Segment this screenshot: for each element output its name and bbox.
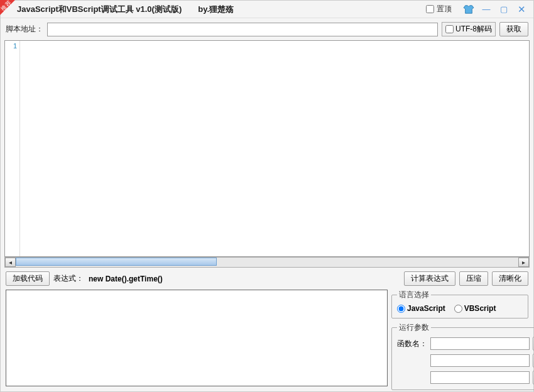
bottom-area: 语言选择 JavaScript VBScript 运行参数 函数名 xyxy=(1,290,533,391)
language-fieldset: 语言选择 JavaScript VBScript xyxy=(391,290,528,318)
function-name-input[interactable] xyxy=(430,337,530,350)
vbscript-radio[interactable]: VBScript xyxy=(454,304,496,313)
fetch-button[interactable]: 获取 xyxy=(499,22,528,36)
vbscript-radio-input[interactable] xyxy=(454,305,462,313)
main-window: 推荐 JavaScript和VBScript调试工具 v1.0(测试版) by.… xyxy=(0,0,534,392)
address-row: 脚本地址： UTF-8解码 获取 xyxy=(1,18,533,40)
utf8-checkbox-label: UTF-8解码 xyxy=(455,24,492,35)
function-name-label: 函数名： xyxy=(397,339,427,349)
line-gutter: 1 xyxy=(5,41,20,256)
javascript-radio[interactable]: JavaScript xyxy=(397,304,445,313)
expression-row: 加载代码 表达式： new Date().getTime() 计算表达式 压缩 … xyxy=(1,268,533,290)
param-input-2[interactable] xyxy=(430,371,530,384)
load-code-button[interactable]: 加载代码 xyxy=(6,271,50,286)
address-label: 脚本地址： xyxy=(6,24,43,35)
pin-checkbox-input[interactable] xyxy=(426,5,434,13)
javascript-radio-input[interactable] xyxy=(397,305,405,313)
pin-checkbox[interactable]: 置顶 xyxy=(426,4,452,14)
window-title: JavaScript和VBScript调试工具 v1.0(测试版) by.狸楚殇 xyxy=(17,4,234,15)
utf8-checkbox-input[interactable] xyxy=(445,25,454,33)
right-panels: 语言选择 JavaScript VBScript 运行参数 函数名 xyxy=(391,290,528,386)
close-button[interactable]: ✕ xyxy=(515,4,528,15)
line-number: 1 xyxy=(5,42,17,50)
scroll-left-arrow[interactable]: ◂ xyxy=(5,258,16,267)
utf8-checkbox[interactable]: UTF-8解码 xyxy=(442,22,496,36)
maximize-button[interactable]: ▢ xyxy=(497,4,511,15)
output-textarea[interactable] xyxy=(6,290,388,386)
scroll-thumb[interactable] xyxy=(16,258,217,266)
language-legend: 语言选择 xyxy=(397,290,431,300)
minimize-button[interactable]: — xyxy=(479,4,493,15)
address-input[interactable] xyxy=(47,23,438,36)
expression-label: 表达式： xyxy=(53,273,84,284)
compress-button[interactable]: 压缩 xyxy=(459,271,488,286)
run-params-fieldset: 运行参数 函数名： 运行 清空参数 清空全部 xyxy=(391,322,534,390)
editor-body[interactable] xyxy=(20,41,529,256)
beautify-button[interactable]: 清晰化 xyxy=(492,271,528,286)
titlebar: JavaScript和VBScript调试工具 v1.0(测试版) by.狸楚殇… xyxy=(1,1,533,18)
scroll-right-arrow[interactable]: ▸ xyxy=(518,258,529,267)
code-editor[interactable]: 1 xyxy=(4,40,530,257)
run-params-legend: 运行参数 xyxy=(397,322,431,333)
calc-expression-button[interactable]: 计算表达式 xyxy=(404,271,455,286)
pin-checkbox-label: 置顶 xyxy=(437,4,452,14)
param-input-1[interactable] xyxy=(430,354,530,367)
javascript-radio-label: JavaScript xyxy=(407,304,445,313)
vbscript-radio-label: VBScript xyxy=(464,304,496,313)
horizontal-scrollbar[interactable]: ◂ ▸ xyxy=(4,257,530,268)
skin-icon[interactable] xyxy=(462,4,476,15)
expression-value: new Date().getTime() xyxy=(87,275,400,283)
scroll-track[interactable] xyxy=(16,258,518,267)
titlebar-controls: 置顶 — ▢ ✕ xyxy=(426,4,528,15)
